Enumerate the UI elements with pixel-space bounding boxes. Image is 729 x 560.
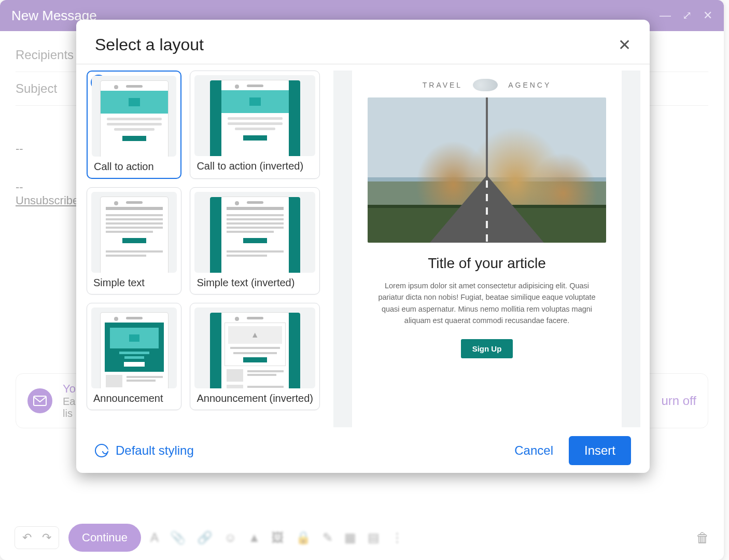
preview-brand: TRAVEL AGENCY — [368, 79, 606, 91]
preview-hero-image — [368, 97, 606, 243]
layout-card-call-to-action[interactable]: ✓ Call to action — [87, 71, 181, 179]
brand-left: TRAVEL — [423, 81, 462, 89]
layout-label: Call to action — [92, 161, 176, 173]
layout-label: Announcement — [91, 393, 177, 404]
close-icon[interactable]: ✕ — [618, 36, 631, 54]
layout-grid: ✓ Call to action Call to action (inverte… — [76, 64, 330, 427]
layout-label: Simple text (inverted) — [194, 277, 315, 289]
preview-content: TRAVEL AGENCY Title of your article Lore… — [352, 71, 622, 427]
brand-right: AGENCY — [508, 81, 551, 89]
layout-card-announcement[interactable]: Announcement — [87, 303, 181, 410]
preview-title: Title of your article — [368, 255, 606, 272]
modal-title: Select a layout — [95, 35, 204, 54]
layout-card-call-to-action-inverted[interactable]: Call to action (inverted) — [190, 71, 320, 179]
layout-preview: TRAVEL AGENCY Title of your article Lore… — [333, 71, 640, 427]
modal-footer: Default styling Cancel Insert — [76, 427, 650, 473]
preview-body: Lorem ipsum dolor sit amet consectetur a… — [375, 280, 598, 327]
layout-selector-modal: Select a layout ✕ ✓ Call to action Call … — [76, 20, 650, 473]
preview-cta-button[interactable]: Sign Up — [461, 339, 513, 358]
default-styling-label: Default styling — [116, 443, 194, 458]
layout-label: Announcement (inverted) — [194, 393, 315, 404]
palette-icon — [95, 444, 108, 457]
insert-button[interactable]: Insert — [569, 436, 631, 465]
modal-body: ✓ Call to action Call to action (inverte… — [76, 64, 650, 427]
default-styling-button[interactable]: Default styling — [95, 443, 194, 458]
cancel-button[interactable]: Cancel — [514, 443, 553, 458]
layout-card-announcement-inverted[interactable]: ▲ Announcement (inverted) — [190, 303, 320, 410]
layout-label: Call to action (inverted) — [194, 160, 315, 172]
layout-card-simple-text-inverted[interactable]: Simple text (inverted) — [190, 187, 320, 295]
plane-icon — [473, 79, 498, 91]
modal-header: Select a layout ✕ — [76, 20, 650, 64]
layout-card-simple-text[interactable]: Simple text — [87, 187, 181, 295]
layout-label: Simple text — [91, 277, 177, 289]
